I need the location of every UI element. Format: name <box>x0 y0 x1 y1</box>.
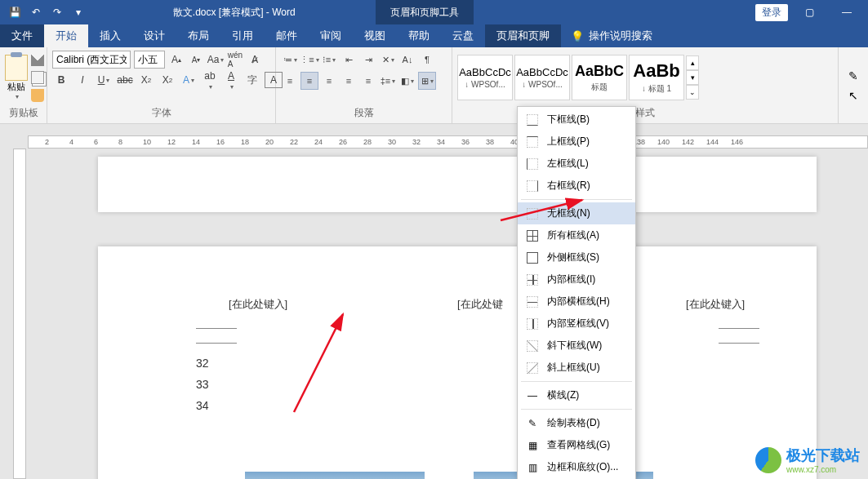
menu-item-draw-table[interactable]: ✎绘制表格(D) <box>518 412 635 434</box>
header-placeholder-left[interactable]: [在此处键入] <box>229 297 287 312</box>
font-color-button[interactable]: A▾ <box>222 72 240 88</box>
increase-indent-button[interactable]: ⇥ <box>359 51 377 69</box>
hline-icon: — <box>526 389 539 402</box>
tab-home[interactable]: 开始 <box>44 24 88 47</box>
gallery-down-icon[interactable]: ▾ <box>686 70 699 85</box>
tab-layout[interactable]: 布局 <box>176 24 220 47</box>
paragraph-group-label: 段落 <box>281 104 447 122</box>
ribbon-tabs: 文件 开始 插入 设计 布局 引用 邮件 审阅 视图 帮助 云盘 页眉和页脚 💡… <box>0 24 868 47</box>
redo-icon[interactable]: ↷ <box>47 2 67 22</box>
multilevel-list-button[interactable]: ⁝≡▾ <box>320 51 338 69</box>
bullets-button[interactable]: ≔▾ <box>281 51 299 69</box>
font-group-label: 字体 <box>52 104 270 122</box>
select-icon[interactable]: ↖ <box>848 89 858 102</box>
clear-formatting-button[interactable]: A̷ <box>247 51 263 68</box>
font-name-combo[interactable] <box>52 51 131 69</box>
numbering-button[interactable]: ⋮≡▾ <box>300 51 318 69</box>
menu-item-bottom-border[interactable]: 下框线(B) <box>518 109 635 131</box>
menu-item-inside-borders[interactable]: 内部框线(I) <box>518 268 635 291</box>
gallery-more-icon[interactable]: ⌄ <box>686 85 699 100</box>
change-case-button[interactable]: Aa▾ <box>207 51 224 68</box>
line-spacing-button[interactable]: ‡≡▾ <box>379 72 397 90</box>
page-previous-bottom <box>98 157 817 212</box>
style-item[interactable]: AaBbC 标题 <box>572 55 627 100</box>
menu-item-horizontal-line[interactable]: —横线(Z) <box>518 384 635 406</box>
save-icon[interactable]: 💾 <box>5 2 24 22</box>
menu-item-top-border[interactable]: 上框线(P) <box>518 131 635 153</box>
tab-view[interactable]: 视图 <box>353 24 397 47</box>
sort-button[interactable]: A↓ <box>398 51 416 69</box>
copy-icon[interactable] <box>31 71 44 84</box>
menu-item-view-gridlines[interactable]: ▦查看网格线(G) <box>518 434 635 456</box>
underline-button[interactable]: U▾ <box>95 72 113 88</box>
page[interactable]: [在此处键入] [在此处键 [在此处键入] 32 33 34 <box>98 246 817 479</box>
text-effects-button[interactable]: A▾ <box>180 72 198 88</box>
tab-header-footer[interactable]: 页眉和页脚 <box>485 24 561 47</box>
horizontal-ruler[interactable]: 2468101214161820222426283032343638401301… <box>28 135 868 149</box>
login-button[interactable]: 登录 <box>755 4 788 21</box>
format-painter-icon[interactable] <box>31 89 44 102</box>
context-tool-label: 页眉和页脚工具 <box>376 0 474 24</box>
tab-file[interactable]: 文件 <box>0 24 44 47</box>
strikethrough-button[interactable]: abc <box>116 72 134 88</box>
grid-icon: ▦ <box>526 439 539 452</box>
minimize-icon[interactable]: — <box>830 0 863 24</box>
bold-button[interactable]: B <box>52 72 70 88</box>
justify-button[interactable]: ≡ <box>340 72 358 90</box>
styles-group-label: 样式 <box>457 104 833 122</box>
asian-layout-button[interactable]: ✕▾ <box>379 51 397 69</box>
tab-design[interactable]: 设计 <box>132 24 176 47</box>
tab-help[interactable]: 帮助 <box>397 24 441 47</box>
menu-item-borders-shading[interactable]: ▥边框和底纹(O)... <box>518 456 635 478</box>
menu-item-diag-up-border[interactable]: 斜上框线(U) <box>518 357 635 379</box>
paste-button[interactable]: 粘贴 ▾ <box>5 55 28 100</box>
grow-font-button[interactable]: A▴ <box>168 51 185 68</box>
align-right-button[interactable]: ≡ <box>320 72 338 90</box>
tab-review[interactable]: 审阅 <box>309 24 353 47</box>
menu-item-inside-v-border[interactable]: 内部竖框线(V) <box>518 313 635 335</box>
tell-me-search[interactable]: 💡 操作说明搜索 <box>561 24 662 47</box>
italic-button[interactable]: I <box>73 72 91 88</box>
align-center-button[interactable]: ≡ <box>300 72 318 90</box>
align-left-button[interactable]: ≡ <box>281 72 299 90</box>
tab-references[interactable]: 引用 <box>220 24 265 47</box>
show-marks-button[interactable]: ¶ <box>418 51 436 69</box>
ribbon-options-icon[interactable]: ▢ <box>793 0 826 24</box>
styles-gallery[interactable]: AaBbCcDc ↓ WPSOf... AaBbCcDc ↓ WPSOf... … <box>457 55 699 100</box>
borders-button[interactable]: ⊞▾ <box>418 72 436 90</box>
body-line: 33 <box>196 374 209 395</box>
style-item[interactable]: AaBbCcDc ↓ WPSOf... <box>514 55 570 100</box>
subscript-button[interactable]: X2 <box>137 72 155 88</box>
font-size-combo[interactable] <box>134 51 165 69</box>
menu-item-outside-borders[interactable]: 外侧框线(S) <box>518 246 635 268</box>
style-item[interactable]: AaBbCcDc ↓ WPSOf... <box>457 55 513 100</box>
paste-icon <box>5 55 28 81</box>
tab-cloud[interactable]: 云盘 <box>441 24 485 47</box>
editing-icon[interactable]: ✎ <box>848 69 858 82</box>
gallery-up-icon[interactable]: ▴ <box>686 55 699 70</box>
decrease-indent-button[interactable]: ⇤ <box>340 51 358 69</box>
style-item[interactable]: AaBb ↓ 标题 1 <box>629 55 684 100</box>
annotation-arrow <box>286 306 400 424</box>
bulb-icon: 💡 <box>571 30 584 42</box>
menu-item-inside-h-border[interactable]: 内部横框线(H) <box>518 291 635 313</box>
shrink-font-button[interactable]: A▾ <box>188 51 204 68</box>
menu-item-diag-down-border[interactable]: 斜下框线(W) <box>518 335 635 357</box>
group-clipboard: 粘贴 ▾ 剪贴板 <box>0 47 47 123</box>
cut-icon[interactable] <box>31 53 44 66</box>
header-placeholder-center[interactable]: [在此处键 <box>457 297 503 312</box>
undo-icon[interactable]: ↶ <box>26 2 46 22</box>
distributed-button[interactable]: ≡ <box>359 72 377 90</box>
vertical-ruler[interactable] <box>13 149 26 479</box>
shading-button[interactable]: ◧▾ <box>398 72 416 90</box>
style-name: 标题 <box>591 82 608 93</box>
document-body[interactable]: 32 33 34 <box>196 353 209 416</box>
qat-more-icon[interactable]: ▾ <box>69 2 88 22</box>
enclose-char-button[interactable]: 字 <box>243 72 261 88</box>
header-placeholder-right[interactable]: [在此处键入] <box>686 297 745 312</box>
tab-insert[interactable]: 插入 <box>88 24 132 47</box>
phonetic-guide-button[interactable]: wénA <box>227 51 243 68</box>
superscript-button[interactable]: X2 <box>158 72 176 88</box>
tab-mailings[interactable]: 邮件 <box>265 24 309 47</box>
highlight-button[interactable]: ab▾ <box>201 72 219 88</box>
